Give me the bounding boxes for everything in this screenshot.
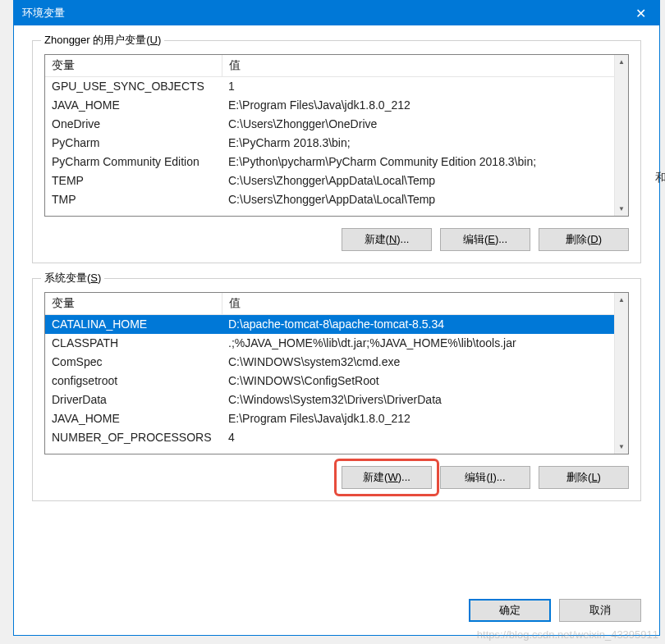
table-row[interactable]: ComSpecC:\WINDOWS\system32\cmd.exe [45, 353, 628, 372]
scroll-down-icon[interactable]: ▼ [615, 440, 628, 454]
var-name-cell: ComSpec [45, 353, 222, 372]
system-new-button[interactable]: 新建(W)... [342, 466, 432, 489]
user-variables-label: Zhongger 的用户变量(U) [41, 33, 164, 48]
dialog-footer: 确定 取消 [14, 596, 659, 635]
var-name-cell: PyCharm Community Edition [45, 153, 222, 171]
col-value-header[interactable]: 值 [222, 55, 628, 77]
cancel-button[interactable]: 取消 [559, 599, 641, 622]
var-value-cell: 1 [222, 77, 628, 96]
var-value-cell: C:\Users\Zhongger\AppData\Local\Temp [222, 190, 628, 209]
var-value-cell: E:\Python\pycharm\PyCharm Community Edit… [222, 153, 628, 171]
var-name-cell: JAVA_HOME [45, 96, 222, 115]
var-name-cell: OneDrive [45, 115, 222, 134]
col-variable-header[interactable]: 变量 [45, 55, 222, 77]
system-buttons-row: 新建(W)... 编辑(I)... 删除(L) [44, 466, 629, 489]
var-value-cell: E:\Program Files\Java\jdk1.8.0_212 [222, 96, 628, 115]
table-row[interactable]: CATALINA_HOMED:\apache-tomcat-8\apache-t… [45, 315, 628, 334]
var-name-cell: TEMP [45, 171, 222, 190]
user-buttons-row: 新建(N)... 编辑(E)... 删除(D) [44, 228, 629, 251]
user-edit-button[interactable]: 编辑(E)... [440, 228, 530, 251]
var-value-cell: C:\Users\Zhongger\AppData\Local\Temp [222, 171, 628, 190]
var-name-cell: TMP [45, 190, 222, 209]
var-name-cell: CLASSPATH [45, 334, 222, 353]
close-icon[interactable]: ✕ [622, 1, 659, 25]
var-value-cell: E:\Program Files\Java\jdk1.8.0_212 [222, 409, 628, 428]
var-value-cell: 4 [222, 428, 628, 447]
background-text-fragment: 和 [655, 171, 665, 185]
var-value-cell: D:\apache-tomcat-8\apache-tomcat-8.5.34 [222, 315, 628, 334]
var-name-cell: configsetroot [45, 372, 222, 391]
var-value-cell: C:\Windows\System32\Drivers\DriverData [222, 391, 628, 409]
table-row[interactable]: TEMPC:\Users\Zhongger\AppData\Local\Temp [45, 171, 628, 190]
var-name-cell: JAVA_HOME [45, 409, 222, 428]
var-value-cell: .;%JAVA_HOME%\lib\dt.jar;%JAVA_HOME%\lib… [222, 334, 628, 353]
table-row[interactable]: JAVA_HOMEE:\Program Files\Java\jdk1.8.0_… [45, 96, 628, 115]
system-variables-group: 系统变量(S) 变量 值 CATALINA_HOMED:\apache-tomc… [32, 278, 641, 501]
var-name-cell: GPU_USE_SYNC_OBJECTS [45, 77, 222, 96]
user-variables-group: Zhongger 的用户变量(U) 变量 值 GPU_USE_SYNC_OBJE… [32, 40, 641, 263]
user-table-scrollbar[interactable]: ▲ ▼ [614, 55, 628, 216]
var-value-cell: C:\WINDOWS\system32\cmd.exe [222, 353, 628, 372]
system-table-scrollbar[interactable]: ▲ ▼ [614, 293, 628, 454]
table-row[interactable]: OneDriveC:\Users\Zhongger\OneDrive [45, 115, 628, 134]
table-row[interactable]: GPU_USE_SYNC_OBJECTS1 [45, 77, 628, 96]
table-row[interactable]: PyCharmE:\PyCharm 2018.3\bin; [45, 134, 628, 153]
col-variable-header[interactable]: 变量 [45, 293, 222, 315]
system-variables-label: 系统变量(S) [41, 271, 104, 285]
ok-button[interactable]: 确定 [469, 599, 551, 622]
table-row[interactable]: TMPC:\Users\Zhongger\AppData\Local\Temp [45, 190, 628, 209]
var-value-cell: C:\WINDOWS\ConfigSetRoot [222, 372, 628, 391]
env-vars-dialog: 环境变量 ✕ Zhongger 的用户变量(U) 变量 值 GPU_USE_SY… [13, 0, 660, 636]
table-row[interactable]: JAVA_HOMEE:\Program Files\Java\jdk1.8.0_… [45, 409, 628, 428]
system-variables-table[interactable]: 变量 值 CATALINA_HOMED:\apache-tomcat-8\apa… [45, 293, 628, 447]
system-edit-button[interactable]: 编辑(I)... [440, 466, 530, 489]
var-name-cell: NUMBER_OF_PROCESSORS [45, 428, 222, 447]
scroll-up-icon[interactable]: ▲ [615, 55, 628, 69]
titlebar: 环境变量 ✕ [14, 1, 659, 25]
system-delete-button[interactable]: 删除(L) [539, 466, 629, 489]
table-row[interactable]: PyCharm Community EditionE:\Python\pycha… [45, 153, 628, 171]
var-value-cell: E:\PyCharm 2018.3\bin; [222, 134, 628, 153]
window-title: 环境变量 [22, 6, 622, 21]
table-row[interactable]: configsetrootC:\WINDOWS\ConfigSetRoot [45, 372, 628, 391]
highlight-annotation: 新建(W)... [334, 459, 439, 496]
table-row[interactable]: NUMBER_OF_PROCESSORS4 [45, 428, 628, 447]
var-name-cell: CATALINA_HOME [45, 315, 222, 334]
scroll-up-icon[interactable]: ▲ [615, 293, 628, 307]
system-variables-table-container: 变量 值 CATALINA_HOMED:\apache-tomcat-8\apa… [44, 292, 629, 454]
var-name-cell: PyCharm [45, 134, 222, 153]
user-new-button[interactable]: 新建(N)... [342, 228, 432, 251]
var-value-cell: C:\Users\Zhongger\OneDrive [222, 115, 628, 134]
user-variables-table-container: 变量 值 GPU_USE_SYNC_OBJECTS1JAVA_HOMEE:\Pr… [44, 54, 629, 217]
scroll-down-icon[interactable]: ▼ [615, 202, 628, 216]
col-value-header[interactable]: 值 [222, 293, 628, 315]
user-delete-button[interactable]: 删除(D) [539, 228, 629, 251]
dialog-content: Zhongger 的用户变量(U) 变量 值 GPU_USE_SYNC_OBJE… [14, 25, 659, 596]
var-name-cell: DriverData [45, 391, 222, 409]
table-row[interactable]: DriverDataC:\Windows\System32\Drivers\Dr… [45, 391, 628, 409]
table-row[interactable]: CLASSPATH.;%JAVA_HOME%\lib\dt.jar;%JAVA_… [45, 334, 628, 353]
user-variables-table[interactable]: 变量 值 GPU_USE_SYNC_OBJECTS1JAVA_HOMEE:\Pr… [45, 55, 628, 209]
